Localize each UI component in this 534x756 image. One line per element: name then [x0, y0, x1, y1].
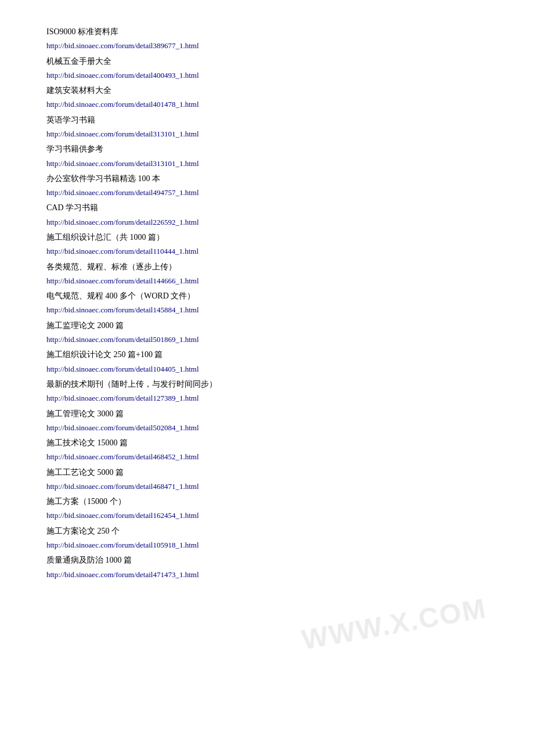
item-title-16: 施工方案（15000 个）: [46, 494, 488, 509]
item-url-11[interactable]: http://bid.sinoaec.com/forum/detail10440…: [46, 362, 488, 376]
item-title-3: 英语学习书籍: [46, 113, 488, 127]
item-url-16[interactable]: http://bid.sinoaec.com/forum/detail16245…: [46, 509, 488, 522]
item-url-13[interactable]: http://bid.sinoaec.com/forum/detail50208…: [46, 421, 488, 434]
item-url-2[interactable]: http://bid.sinoaec.com/forum/detail40147…: [46, 98, 488, 111]
item-url-18[interactable]: http://bid.sinoaec.com/forum/detail47147…: [46, 568, 488, 581]
item-title-10: 施工监理论文 2000 篇: [46, 318, 488, 333]
item-title-18: 质量通病及防治 1000 篇: [46, 553, 488, 567]
item-url-7[interactable]: http://bid.sinoaec.com/forum/detail11044…: [46, 244, 488, 258]
item-url-0[interactable]: http://bid.sinoaec.com/forum/detail38967…: [46, 39, 488, 52]
item-url-8[interactable]: http://bid.sinoaec.com/forum/detail14466…: [46, 274, 488, 287]
item-title-2: 建筑安装材料大全: [46, 83, 488, 98]
item-title-7: 施工组织设计总汇（共 1000 篇）: [46, 230, 488, 244]
item-url-12[interactable]: http://bid.sinoaec.com/forum/detail12738…: [46, 391, 488, 405]
item-title-0: ISO9000 标准资料库: [46, 24, 488, 39]
item-title-12: 最新的技术期刊（随时上传，与发行时间同步）: [46, 377, 488, 391]
item-title-6: CAD 学习书籍: [46, 200, 488, 215]
item-title-13: 施工管理论文 3000 篇: [46, 406, 488, 421]
item-title-11: 施工组织设计论文 250 篇+100 篇: [46, 347, 488, 362]
item-url-6[interactable]: http://bid.sinoaec.com/forum/detail22659…: [46, 215, 488, 229]
item-url-5[interactable]: http://bid.sinoaec.com/forum/detail49475…: [46, 186, 488, 199]
item-title-8: 各类规范、规程、标准（逐步上传）: [46, 260, 488, 274]
item-title-1: 机械五金手册大全: [46, 54, 488, 69]
item-title-9: 电气规范、规程 400 多个（WORD 文件）: [46, 289, 488, 303]
item-url-15[interactable]: http://bid.sinoaec.com/forum/detail46847…: [46, 480, 488, 493]
watermark-text: WWW.X.COM: [300, 592, 489, 656]
item-url-4[interactable]: http://bid.sinoaec.com/forum/detail31310…: [46, 157, 488, 170]
item-title-4: 学习书籍供参考: [46, 142, 488, 156]
item-title-17: 施工方案论文 250 个: [46, 524, 488, 538]
item-url-1[interactable]: http://bid.sinoaec.com/forum/detail40049…: [46, 69, 488, 82]
item-url-9[interactable]: http://bid.sinoaec.com/forum/detail14588…: [46, 303, 488, 316]
item-url-17[interactable]: http://bid.sinoaec.com/forum/detail10591…: [46, 538, 488, 552]
item-title-14: 施工技术论文 15000 篇: [46, 435, 488, 450]
item-title-15: 施工工艺论文 5000 篇: [46, 465, 488, 480]
item-url-10[interactable]: http://bid.sinoaec.com/forum/detail50186…: [46, 333, 488, 346]
item-url-3[interactable]: http://bid.sinoaec.com/forum/detail31310…: [46, 127, 488, 141]
item-title-5: 办公室软件学习书籍精选 100 本: [46, 171, 488, 186]
content-list: ISO9000 标准资料库http://bid.sinoaec.com/foru…: [46, 24, 488, 581]
item-url-14[interactable]: http://bid.sinoaec.com/forum/detail46845…: [46, 450, 488, 463]
